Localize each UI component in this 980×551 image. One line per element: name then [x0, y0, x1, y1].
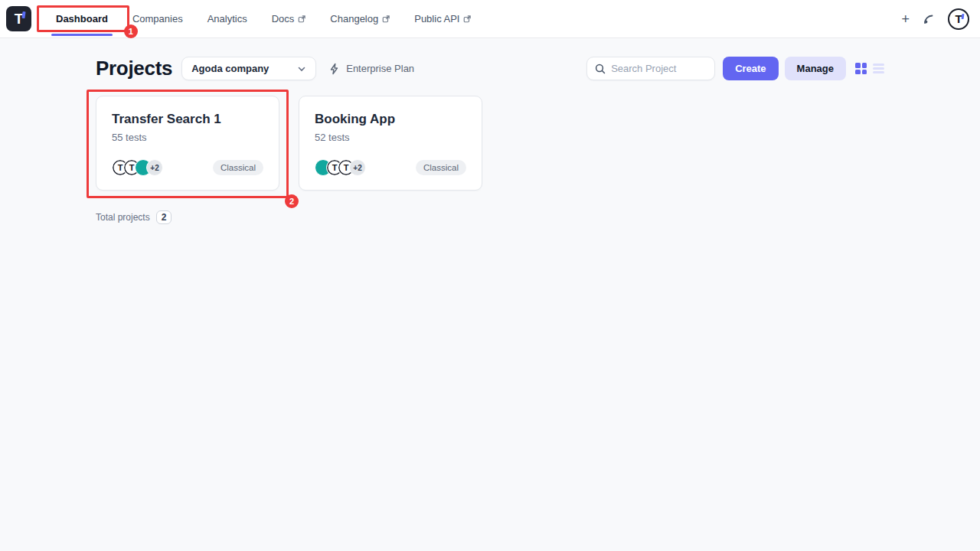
total-projects-count: 2 [156, 210, 172, 224]
project-card-wrap: Booking App 52 tests T T +2 Classical [299, 96, 482, 191]
project-card-booking-app[interactable]: Booking App 52 tests T T +2 Classical [299, 96, 482, 191]
list-view-icon[interactable] [873, 63, 884, 74]
chevron-down-icon [297, 64, 306, 73]
project-card-footer: T T +2 Classical [315, 159, 466, 176]
member-avatar-group: T T +2 [112, 159, 163, 176]
user-avatar[interactable]: T [948, 8, 969, 30]
totals-row: Total projects 2 [0, 191, 980, 224]
main-nav: Dashboard 1 Companies Analytics Docs Cha… [44, 0, 483, 37]
total-projects-label: Total projects [96, 212, 150, 223]
nav-tab-label: Dashboard [56, 13, 108, 24]
search-icon [595, 64, 606, 74]
project-card-transfer-search-1[interactable]: Transfer Search 1 55 tests T T +2 Classi… [96, 96, 279, 191]
project-name: Transfer Search 1 [112, 112, 263, 127]
member-avatar-group: T T +2 [315, 159, 366, 176]
add-icon[interactable]: + [901, 12, 910, 26]
user-avatar-accent [962, 13, 965, 18]
external-link-icon [382, 15, 390, 23]
view-toggles [855, 63, 884, 74]
nav-tab-label: Public API [414, 13, 459, 24]
member-avatar-overflow: +2 [146, 159, 163, 176]
page-title: Projects [96, 57, 172, 80]
plan-indicator: Enterprise Plan [328, 63, 414, 75]
nav-tab-companies[interactable]: Companies [120, 0, 195, 37]
member-avatar-overflow: +2 [349, 159, 366, 176]
nav-tab-public-api[interactable]: Public API [402, 0, 483, 37]
nav-tab-changelog[interactable]: Changelog [318, 0, 402, 37]
project-type-badge: Classical [416, 160, 466, 175]
company-select-value: Agoda company [191, 63, 269, 74]
company-select[interactable]: Agoda company [181, 57, 316, 80]
projects-grid: Transfer Search 1 55 tests T T +2 Classi… [0, 80, 980, 191]
topbar: T Dashboard 1 Companies Analytics Docs C… [0, 0, 980, 38]
create-button[interactable]: Create [723, 57, 778, 80]
project-card-wrap: Transfer Search 1 55 tests T T +2 Classi… [96, 96, 279, 191]
project-card-footer: T T +2 Classical [112, 159, 263, 176]
feed-icon[interactable] [922, 12, 936, 26]
active-tab-underline [51, 34, 113, 36]
external-link-icon [298, 15, 305, 23]
nav-tab-label: Companies [132, 13, 183, 24]
nav-tab-docs[interactable]: Docs [260, 0, 318, 37]
nav-tab-label: Changelog [330, 13, 378, 24]
lightning-icon [328, 63, 341, 75]
project-tests-count: 55 tests [112, 132, 263, 143]
grid-view-icon[interactable] [855, 63, 867, 74]
project-type-badge: Classical [213, 160, 263, 175]
project-tests-count: 52 tests [315, 132, 466, 143]
topbar-right: + T [901, 8, 969, 30]
search-input[interactable] [611, 63, 707, 74]
nav-tab-analytics[interactable]: Analytics [195, 0, 260, 37]
search-box [586, 57, 715, 80]
nav-tab-label: Docs [272, 13, 295, 24]
page-header: Projects Agoda company Enterprise Plan C… [0, 38, 980, 80]
nav-tab-label: Analytics [207, 13, 247, 24]
external-link-icon [463, 15, 471, 23]
app-logo-accent [21, 11, 25, 18]
manage-button[interactable]: Manage [785, 57, 846, 80]
plan-label: Enterprise Plan [346, 63, 414, 74]
nav-tab-dashboard[interactable]: Dashboard 1 [44, 0, 120, 37]
project-name: Booking App [315, 112, 466, 127]
app-logo-icon[interactable]: T [6, 6, 31, 31]
